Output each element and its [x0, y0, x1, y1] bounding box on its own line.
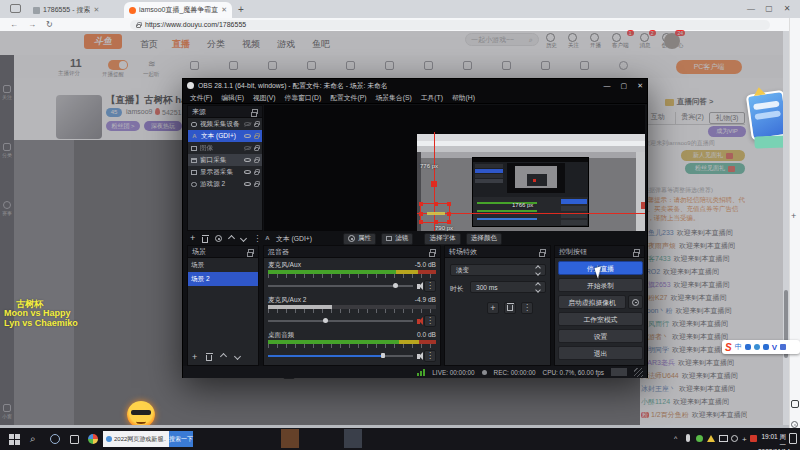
- lock-icon[interactable]: [254, 159, 259, 163]
- browser-tab-douyu[interactable]: iamsoo0直播_魔兽争霸直播_斗鱼 ✕: [124, 2, 232, 18]
- tab-actions-icon[interactable]: [10, 4, 21, 13]
- select-color-button[interactable]: 选择颜色: [466, 233, 502, 245]
- channel-options-button[interactable]: ⋮: [424, 280, 436, 292]
- start-button[interactable]: [9, 434, 14, 439]
- menu-help[interactable]: 帮助(H): [452, 93, 475, 103]
- pinwheel-app-icon[interactable]: [88, 434, 98, 444]
- tray-expand-icon[interactable]: ^: [674, 435, 677, 442]
- sources-dock-header[interactable]: 来源: [188, 106, 262, 118]
- speaker-muted-icon[interactable]: [417, 319, 420, 324]
- visibility-icon[interactable]: [244, 158, 251, 162]
- tray-monitor-icon[interactable]: [719, 435, 728, 442]
- menu-view[interactable]: 视图(V): [253, 93, 276, 103]
- menu-edit[interactable]: 编辑(E): [221, 93, 244, 103]
- popout-icon[interactable]: [634, 249, 640, 254]
- visibility-icon[interactable]: [244, 170, 251, 174]
- visibility-icon[interactable]: [244, 182, 251, 186]
- tray-warning-icon[interactable]: [707, 435, 715, 442]
- lock-icon[interactable]: [254, 147, 259, 151]
- visibility-icon[interactable]: [244, 122, 251, 126]
- select-font-button[interactable]: 选择字体: [424, 233, 460, 245]
- obs-close-icon[interactable]: ✕: [637, 82, 643, 90]
- transition-options-icon[interactable]: ⋮: [521, 302, 533, 314]
- popout-icon[interactable]: [430, 249, 436, 254]
- taskbar-search-button[interactable]: 搜索一下: [169, 431, 193, 447]
- source-row-image[interactable]: 图像: [188, 142, 262, 154]
- scene-up-icon[interactable]: [220, 353, 227, 360]
- menu-file[interactable]: 文件(F): [190, 93, 212, 103]
- popout-icon[interactable]: [252, 109, 258, 114]
- chinese-mode-icon[interactable]: 中: [735, 342, 742, 352]
- obs-minimize-icon[interactable]: —: [604, 82, 611, 89]
- scene-down-icon[interactable]: [234, 353, 241, 360]
- panel-sidebar-icon[interactable]: [791, 400, 799, 408]
- maximize-button[interactable]: ▢: [760, 1, 778, 17]
- new-tab-button[interactable]: +: [238, 4, 244, 15]
- exit-button[interactable]: 退出: [558, 346, 643, 360]
- lock-icon[interactable]: [254, 183, 259, 187]
- tab-close-icon[interactable]: ✕: [93, 6, 99, 14]
- volume-slider[interactable]: [268, 355, 413, 357]
- popout-icon[interactable]: [540, 249, 546, 254]
- controls-dock-header[interactable]: 控制按钮: [555, 246, 644, 258]
- tab-close-icon[interactable]: ✕: [221, 6, 227, 14]
- crop-handle[interactable]: [431, 181, 437, 187]
- mixer-dock-header[interactable]: 混音器: [264, 246, 440, 258]
- settings-button[interactable]: 设置: [558, 329, 643, 343]
- cortana-icon[interactable]: [50, 434, 60, 444]
- add-scene-icon[interactable]: +: [192, 352, 197, 362]
- add-transition-icon[interactable]: +: [487, 302, 499, 314]
- obs-title-bar[interactable]: OBS 28.1.1 (64-bit, windows) - 配置文件: 未命名…: [183, 79, 647, 92]
- volume-slider[interactable]: [268, 320, 413, 322]
- source-row-video-capture[interactable]: 视频采集设备: [188, 118, 262, 130]
- forward-icon[interactable]: →: [28, 20, 36, 29]
- move-down-icon[interactable]: [240, 235, 247, 242]
- url-field[interactable]: https://www.douyu.com/1786555: [130, 20, 770, 30]
- lock-icon[interactable]: [254, 171, 259, 175]
- virtual-camera-config-button[interactable]: [628, 295, 643, 309]
- browser-tab-search[interactable]: 1786555 - 搜索 ✕: [28, 2, 122, 18]
- taskbar-search-box[interactable]: 2022网页游戏新服...: [103, 431, 169, 447]
- move-up-icon[interactable]: [228, 235, 235, 242]
- tray-circle-icon[interactable]: [731, 435, 738, 442]
- studio-mode-button[interactable]: 工作室模式: [558, 312, 643, 326]
- channel-options-button[interactable]: ⋮: [424, 350, 436, 362]
- volume-slider[interactable]: [268, 285, 413, 287]
- settings-sidebar-icon[interactable]: [791, 421, 798, 428]
- menu-profile[interactable]: 配置文件(P): [330, 93, 366, 103]
- close-button[interactable]: ✕: [778, 1, 796, 17]
- menu-tools[interactable]: 工具(T): [421, 93, 443, 103]
- add-sidebar-icon[interactable]: +: [791, 211, 796, 221]
- obs-preview-canvas[interactable]: 776 px 1766 px 790 px: [264, 105, 645, 231]
- tray-green-icon[interactable]: [696, 435, 703, 442]
- skin-icon[interactable]: V: [772, 343, 777, 352]
- mic-icon[interactable]: [754, 344, 760, 350]
- lock-icon[interactable]: [254, 135, 259, 139]
- menu-docks[interactable]: 停靠窗口(D): [285, 93, 322, 103]
- sogou-input-bar[interactable]: S 中 V: [722, 340, 800, 354]
- transition-select[interactable]: 淡变: [450, 264, 546, 276]
- menu-scene-collection[interactable]: 场景集合(S): [375, 93, 411, 103]
- start-recording-button[interactable]: 开始录制: [558, 278, 643, 292]
- source-row-display-capture[interactable]: 显示器采集: [188, 166, 262, 178]
- source-row-window-capture[interactable]: 窗口采集: [188, 154, 262, 166]
- toolbox-icon[interactable]: [780, 344, 786, 350]
- scenes-dock-header[interactable]: 场景: [188, 246, 258, 258]
- speaker-icon[interactable]: [417, 284, 420, 289]
- filters-button[interactable]: 滤镜: [381, 233, 413, 245]
- taskbar-search-icon[interactable]: ⌕: [30, 433, 36, 445]
- remove-transition-icon[interactable]: [504, 302, 516, 314]
- add-source-icon[interactable]: +: [190, 234, 195, 243]
- scene-row[interactable]: 场景: [188, 258, 258, 272]
- remove-source-icon[interactable]: [202, 237, 208, 243]
- keyboard-icon[interactable]: [763, 344, 769, 350]
- remove-scene-icon[interactable]: [206, 355, 212, 361]
- resize-grip[interactable]: [634, 368, 643, 377]
- refresh-icon[interactable]: ↻: [46, 20, 53, 29]
- channel-options-button[interactable]: ⋮: [424, 315, 436, 327]
- tray-red-icon[interactable]: [750, 435, 757, 442]
- tray-mic-icon[interactable]: [686, 434, 690, 442]
- notification-center-icon[interactable]: [789, 433, 797, 444]
- task-view-icon[interactable]: [70, 435, 79, 444]
- virtual-camera-button[interactable]: 启动虚拟摄像机: [558, 295, 626, 309]
